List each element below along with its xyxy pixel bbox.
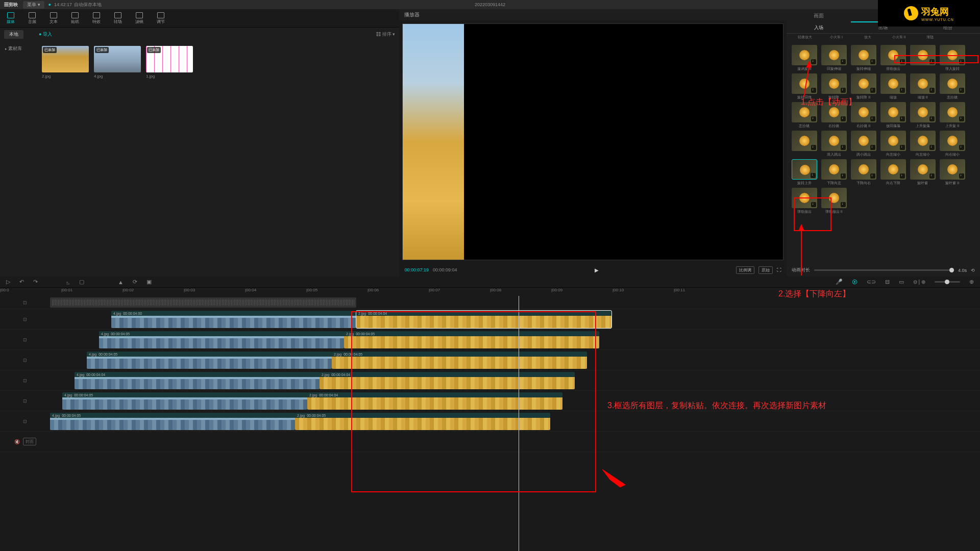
timeline-clip[interactable]: 2.jpg00:00:04:05 (344, 331, 599, 348)
anim-preset[interactable]: 旋转上升 (792, 159, 817, 186)
crop-tool[interactable]: ▣ (146, 279, 152, 285)
timeline-clip[interactable]: 4.jpg00:00:04:05 (62, 392, 307, 410)
audio-clip[interactable] (50, 297, 356, 308)
play-button[interactable]: ▶ (595, 267, 599, 273)
fullscreen-icon[interactable]: ⛶ (777, 267, 781, 272)
zoom-controls[interactable]: ⊖ | ⊕ (913, 279, 925, 285)
anim-preset[interactable]: 向右缩小 (940, 131, 965, 157)
timeline-clip[interactable]: 2.jpg00:00:04:04 (356, 311, 611, 328)
video-track[interactable]: ⊡4.jpg00:00:04:052.jpg00:00:04:05 (0, 330, 980, 350)
anim-preset[interactable]: 放回落落 (880, 102, 906, 129)
anim-preset[interactable]: 向左缩小 (910, 131, 936, 157)
timeline-clip[interactable]: 4.jpg00:00:04:05 (99, 331, 344, 348)
anim-preset[interactable]: 旋转伸缩 (851, 45, 876, 71)
media-thumb[interactable]: 已添加2.jpg (42, 46, 89, 79)
magnet-icon[interactable]: ⊂⊃ (867, 279, 876, 285)
anim-preset[interactable]: 旋转降 II (851, 73, 876, 100)
mic-icon[interactable]: 🎤 (836, 279, 843, 285)
video-track[interactable]: ⊡4.jpg00:00:04:002.jpg00:00:04:04 (0, 309, 980, 330)
anim-preset[interactable]: 旋叶窗 II (940, 159, 965, 186)
anim-preset[interactable]: 缩放 (880, 73, 906, 100)
anim-preset[interactable]: 上升旋 II (940, 102, 965, 129)
tree-library[interactable]: 素材库 (3, 44, 34, 54)
timeline-clip[interactable]: 4.jpg00:00:04:05 (87, 352, 332, 369)
media-tab-7[interactable]: 调节 (150, 9, 172, 27)
media-thumb[interactable]: 已添加1.jpg (146, 46, 193, 79)
lock-icon[interactable]: ⊡ (23, 300, 27, 305)
track-toggle[interactable]: ⊡ (23, 398, 27, 404)
mute-icon[interactable]: 🔇 (14, 439, 20, 444)
media-tab-0[interactable]: 媒体 (0, 9, 21, 27)
player-viewport[interactable] (402, 23, 783, 260)
timeline-clip[interactable]: 2.jpg00:00:04:04 (320, 372, 575, 389)
anim-preset[interactable] (792, 131, 817, 157)
timeline-clip[interactable]: 2.jpg00:00:04:05 (295, 413, 550, 430)
timeline-clip[interactable]: 2.jpg00:00:04:04 (307, 392, 562, 410)
mirror-tool[interactable]: ▲ (118, 279, 124, 285)
ratio-button[interactable]: 比例调 (736, 266, 754, 274)
anim-preset[interactable]: 向左缩小 (880, 131, 906, 157)
menu-button[interactable]: 菜单 ▾ (23, 1, 44, 9)
anim-preset[interactable]: 弹动放出 II (821, 188, 847, 214)
track-toggle[interactable]: ⊡ (23, 337, 27, 342)
anim-preset[interactable]: 缩放 II (910, 73, 936, 100)
timeline-clip[interactable]: 4.jpg00:00:04:05 (50, 413, 295, 430)
anim-preset[interactable]: 下降向左 (821, 159, 847, 186)
media-thumb[interactable]: 已添加4.jpg (94, 46, 141, 79)
anim-tab-0[interactable]: 画面 (787, 10, 851, 22)
redo-icon[interactable]: ↷ (33, 279, 38, 285)
anim-preset[interactable]: 左拉镜 (940, 73, 965, 100)
undo-icon[interactable]: ↶ (19, 279, 24, 285)
fit-icon[interactable]: ⊕ (969, 279, 974, 285)
anim-subtab-0[interactable]: 入场 (787, 24, 851, 31)
preview-icon[interactable]: ▭ (899, 279, 904, 285)
duration-slider[interactable] (814, 269, 954, 271)
timeline-clip[interactable]: 2.jpg00:00:04:05 (332, 352, 587, 369)
anim-preset[interactable]: 下降向右 (851, 159, 876, 186)
link-icon[interactable]: ⊟ (885, 279, 890, 285)
cover-button[interactable]: 封面 (23, 438, 36, 445)
video-track[interactable]: ⊡4.jpg00:00:04:052.jpg00:00:04:05 (0, 350, 980, 370)
anim-preset[interactable]: 跳小跳出 (851, 131, 876, 157)
local-tab[interactable]: 本地 (4, 30, 23, 39)
video-track[interactable]: ⊡4.jpg00:00:04:042.jpg00:00:04:04 (0, 370, 980, 391)
anim-preset[interactable]: 滑入跳出 (821, 131, 847, 157)
anim-preset[interactable]: 向右下降 (880, 159, 906, 186)
ruler-tick: |00:09 (551, 288, 562, 292)
anim-preset[interactable]: 弹入旋转 (940, 45, 965, 71)
anim-preset[interactable]: 上升旋落 (910, 102, 936, 129)
video-track[interactable]: ⊡4.jpg00:00:04:052.jpg00:00:04:05 (0, 411, 980, 432)
split-tool[interactable]: ⎁ (66, 279, 70, 285)
zoom-slider[interactable] (935, 281, 960, 283)
media-tab-1[interactable]: 音频 (21, 9, 43, 27)
watermark-url: WWW.YUTU.CN (921, 18, 954, 21)
cover-track[interactable]: 🔇 封面 (0, 432, 980, 452)
track-toggle[interactable]: ⊡ (23, 419, 27, 424)
anim-preset[interactable]: 旋转降 (821, 73, 847, 100)
delete-tool[interactable]: ▢ (79, 279, 84, 285)
media-tab-5[interactable]: 转场 (107, 9, 129, 27)
original-button[interactable]: 原始 (758, 266, 773, 274)
anim-preset[interactable]: 弹动放出 (792, 188, 817, 214)
anim-preset[interactable]: 回旋伸缩 (821, 45, 847, 71)
reset-icon[interactable]: ⟲ (971, 268, 975, 273)
track-toggle[interactable]: ⊡ (23, 378, 27, 383)
media-tab-6[interactable]: 滤镜 (129, 9, 150, 27)
timeline-clip[interactable]: 4.jpg00:00:04:04 (75, 372, 320, 389)
media-tab-4[interactable]: 特效 (86, 9, 107, 27)
timeline-clip[interactable]: 4.jpg00:00:04:00 (111, 311, 356, 328)
record-icon[interactable]: ⦿ (852, 279, 857, 285)
playhead[interactable] (519, 296, 519, 551)
anim-preset[interactable] (910, 45, 936, 71)
anim-preset[interactable]: 滑动放出 (880, 45, 906, 71)
anim-preset[interactable]: 旋叶窗 (910, 159, 936, 186)
preview-image (403, 24, 464, 260)
track-toggle[interactable]: ⊡ (23, 317, 27, 322)
import-button[interactable]: 导入 (39, 31, 52, 38)
view-sort[interactable]: ☷ 排序 ▾ (376, 31, 395, 38)
media-tab-2[interactable]: 文本 (43, 9, 64, 27)
select-tool[interactable]: ▷ (6, 279, 10, 285)
rotate-tool[interactable]: ⟳ (133, 279, 137, 285)
media-tab-3[interactable]: 贴纸 (64, 9, 86, 27)
track-toggle[interactable]: ⊡ (23, 358, 27, 363)
